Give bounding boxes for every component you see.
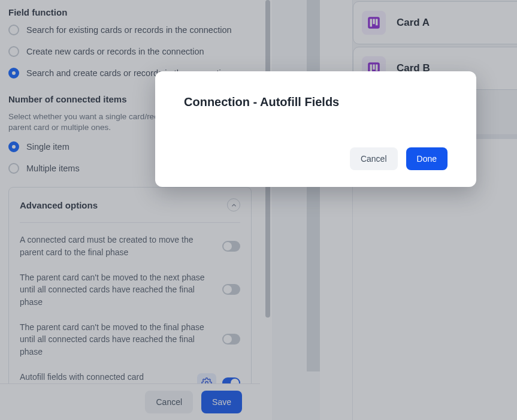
autofill-modal: Connection - Autofill Fields Cancel Done <box>155 71 476 187</box>
modal-title: Connection - Autofill Fields <box>184 95 448 109</box>
modal-overlay[interactable] <box>0 0 517 420</box>
modal-cancel-button[interactable]: Cancel <box>350 147 398 170</box>
modal-done-button[interactable]: Done <box>406 147 448 170</box>
modal-actions: Cancel Done <box>184 147 448 170</box>
